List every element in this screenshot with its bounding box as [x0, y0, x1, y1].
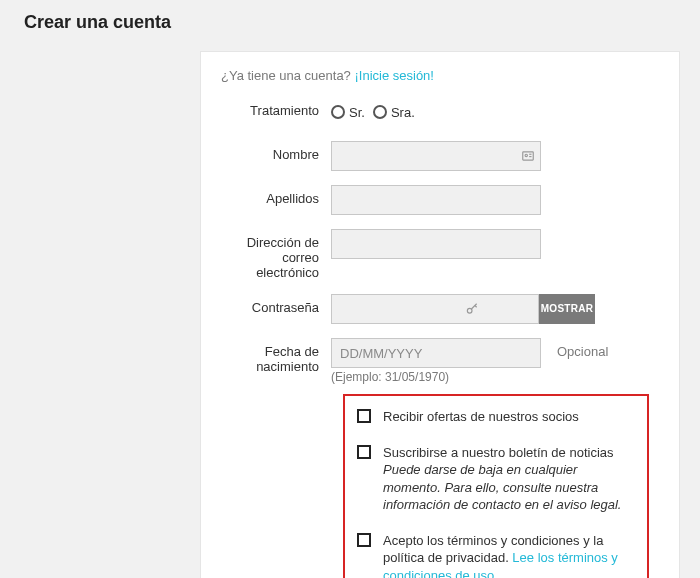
checkbox-newsletter[interactable]: [357, 445, 371, 459]
email-input[interactable]: [331, 229, 541, 259]
svg-point-1: [525, 154, 527, 156]
login-link[interactable]: ¡Inicie sesión!: [354, 68, 433, 83]
checkbox-terms[interactable]: [357, 533, 371, 547]
nombre-input[interactable]: [331, 141, 541, 171]
birthdate-hint: (Ejemplo: 31/05/1970): [331, 370, 541, 384]
birthdate-label: Fecha de nacimiento: [221, 338, 331, 374]
checkbox-newsletter-note: Puede darse de baja en cualquier momento…: [383, 461, 631, 514]
email-label: Dirección de correo electrónico: [221, 229, 331, 280]
checkbox-newsletter-label: Suscribirse a nuestro boletín de noticia…: [383, 445, 614, 460]
password-label: Contraseña: [221, 294, 331, 315]
apellidos-input[interactable]: [331, 185, 541, 215]
login-prompt-question: ¿Ya tiene una cuenta?: [221, 68, 351, 83]
id-card-icon: [521, 149, 535, 163]
checkbox-highlight-block: Recibir ofertas de nuestros socios Suscr…: [343, 394, 649, 578]
birthdate-input[interactable]: [331, 338, 541, 368]
password-input[interactable]: [331, 294, 539, 324]
radio-sr-label: Sr.: [349, 105, 365, 120]
login-prompt: ¿Ya tiene una cuenta? ¡Inicie sesión!: [221, 68, 649, 83]
radio-sr[interactable]: [331, 105, 345, 119]
svg-rect-0: [523, 152, 534, 160]
key-icon: [465, 302, 479, 316]
nombre-label: Nombre: [221, 141, 331, 162]
apellidos-label: Apellidos: [221, 185, 331, 206]
tratamiento-label: Tratamiento: [221, 97, 331, 118]
radio-sra-label: Sra.: [391, 105, 415, 120]
show-password-button[interactable]: MOSTRAR: [539, 294, 595, 324]
radio-sra[interactable]: [373, 105, 387, 119]
checkbox-offers-label: Recibir ofertas de nuestros socios: [383, 408, 631, 426]
signup-form-panel: ¿Ya tiene una cuenta? ¡Inicie sesión! Tr…: [200, 51, 680, 578]
birthdate-optional: Opcional: [541, 338, 649, 359]
svg-line-6: [475, 306, 477, 308]
page-title: Crear una cuenta: [24, 12, 680, 33]
svg-point-4: [467, 308, 472, 313]
checkbox-offers[interactable]: [357, 409, 371, 423]
